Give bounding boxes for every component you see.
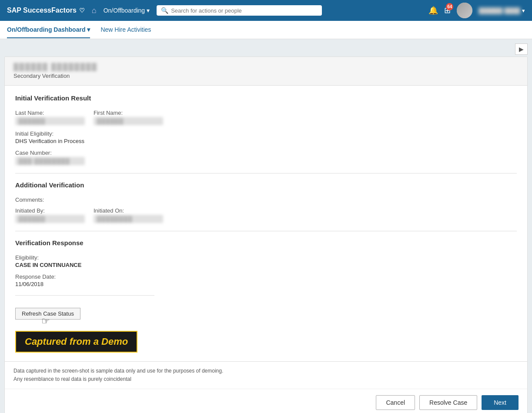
initiated-row: Initiated By: ██████ Initiated On: █████… [15,207,517,223]
response-date-row: Response Date: 11/06/2018 [15,273,517,287]
eligibility-row: Initial Eligibility: DHS Verification in… [15,130,517,144]
response-eligibility-field: Eligibility: CASE IN CONTINUANCE [15,254,85,268]
response-eligibility-value: CASE IN CONTINUANCE [15,262,85,268]
response-eligibility-label: Eligibility: [15,254,85,261]
card-header: ██████ ████████ Secondary Verification [5,57,527,86]
page-subtitle: Secondary Verification [13,73,519,79]
additional-verification-title: Additional Verification [15,181,517,189]
demo-banner-text: Captured from a Demo [25,336,128,347]
search-bar[interactable]: 🔍 [157,5,322,16]
home-icon[interactable]: ⌂ [92,6,97,15]
initial-verification-section: Initial Verification Result Last Name: █… [15,94,517,173]
nav-item-dashboard-label: On/Offboarding Dashboard [7,26,85,33]
apps-button[interactable]: ⊞ 64 [444,6,451,15]
heart-icon: ♡ [79,7,85,14]
module-label: On/Offboarding [104,7,145,14]
main-wrapper: ▶ ██████ ████████ Secondary Verification… [0,39,532,413]
initial-eligibility-field: Initial Eligibility: DHS Verification in… [15,130,85,144]
footer-disclaimer-line1: Data captured in the screen-shot is samp… [13,367,519,375]
response-date-label: Response Date: [15,273,85,280]
secondary-navigation: On/Offboarding Dashboard ▾ New Hire Acti… [0,21,532,39]
first-name-label: First Name: [94,110,163,116]
refresh-btn-wrapper: Refresh Case Status ☞ [15,303,80,320]
verification-response-title: Verification Response [15,239,517,246]
nav-item-dashboard[interactable]: On/Offboarding Dashboard ▾ [7,22,90,38]
top-navigation: SAP SuccessFactors ♡ ⌂ On/Offboarding ▾ … [0,0,532,21]
search-input[interactable] [171,7,318,14]
next-button[interactable]: Next [482,395,519,410]
search-icon: 🔍 [161,7,168,14]
brand-logo: SAP SuccessFactors ♡ [7,7,85,14]
play-icon: ▶ [519,46,524,53]
play-btn-row: ▶ [4,43,528,55]
footer-disclaimer-area: Data captured in the screen-shot is samp… [5,361,527,389]
play-button[interactable]: ▶ [515,43,528,55]
dashboard-chevron-icon: ▾ [87,26,90,33]
user-dropdown-chevron: ▾ [522,7,525,14]
comments-row: Comments: [15,197,517,203]
case-number-row: Case Number: ███-████████ [15,150,517,165]
response-date-value: 11/06/2018 [15,281,85,287]
case-number-label: Case Number: [15,150,85,156]
person-name: ██████ ████████ [13,63,519,71]
avatar[interactable] [457,3,472,18]
last-name-field: Last Name: ██████ [15,110,85,125]
action-buttons-row: Cancel Resolve Case Next [5,389,527,413]
footer-disclaimer-line2: Any resemblance to real data is purely c… [13,375,519,383]
divider-3 [15,295,154,296]
first-name-field: First Name: ██████ [94,110,163,125]
initiated-on-label: Initiated On: [94,207,163,214]
cancel-button[interactable]: Cancel [376,395,415,410]
nav-icons-group: 🔔 ⊞ 64 ██████ ████ ▾ [428,3,525,18]
case-number-field: Case Number: ███-████████ [15,150,85,165]
user-name-text: ██████ ████ [478,7,520,14]
initiated-on-value: ████████ [94,215,163,223]
notifications-button[interactable]: 🔔 [428,6,438,15]
nav-item-new-hire[interactable]: New Hire Activities [100,22,151,38]
initiated-by-value: ██████ [15,215,85,223]
initial-eligibility-value: DHS Verification in Process [15,138,85,144]
resolve-case-button[interactable]: Resolve Case [419,395,477,410]
last-name-value: ██████ [15,117,85,125]
verification-response-section: Verification Response Eligibility: CASE … [15,239,517,296]
module-dropdown[interactable]: On/Offboarding ▾ [104,7,150,14]
divider-1 [15,173,517,173]
response-eligibility-row: Eligibility: CASE IN CONTINUANCE [15,254,517,268]
name-row: Last Name: ██████ First Name: ██████ [15,110,517,125]
first-name-value: ██████ [94,117,163,125]
initiated-on-field: Initiated On: ████████ [94,207,163,223]
card-body: Initial Verification Result Last Name: █… [5,86,527,361]
last-name-label: Last Name: [15,110,85,116]
demo-banner: Captured from a Demo [15,331,137,353]
divider-2 [15,231,517,231]
module-chevron-icon: ▾ [147,7,150,14]
additional-verification-section: Additional Verification Comments: Initia… [15,181,517,231]
comments-label: Comments: [15,197,54,203]
nav-item-new-hire-label: New Hire Activities [100,26,151,33]
demo-banner-container: Captured from a Demo [15,327,517,353]
case-number-value: ███-████████ [15,157,85,165]
user-name-area[interactable]: ██████ ████ ▾ [478,7,525,14]
initial-eligibility-label: Initial Eligibility: [15,130,85,137]
brand-name: SAP SuccessFactors [7,7,77,14]
response-date-field: Response Date: 11/06/2018 [15,273,85,287]
refresh-case-status-button[interactable]: Refresh Case Status [15,308,80,320]
initiated-by-field: Initiated By: ██████ [15,207,85,223]
content-card: ██████ ████████ Secondary Verification I… [4,57,528,413]
notification-badge: 64 [446,3,453,10]
initiated-by-label: Initiated By: [15,207,85,214]
initial-verification-title: Initial Verification Result [15,94,517,102]
avatar-image [457,3,472,18]
